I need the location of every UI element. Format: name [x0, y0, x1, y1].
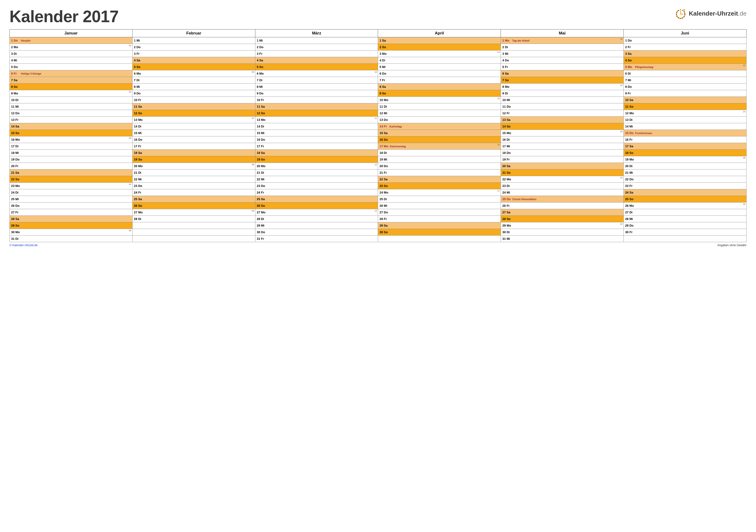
day-cell: 11 So [624, 103, 746, 110]
day-label: 8 Sa [379, 85, 388, 89]
day-cell: 11 Mi [10, 103, 133, 110]
day-label: 15 Mo [502, 131, 511, 135]
day-cell: 27 Mo09 [132, 209, 255, 216]
day-label: 14 Sa [11, 125, 20, 128]
day-cell: 25 DoChristi Himmelfahrt [501, 196, 624, 203]
day-label: 22 Mi [134, 177, 143, 181]
holiday-label: Tag der Arbeit [512, 39, 529, 42]
day-label: 15 So [11, 131, 20, 135]
day-label: 18 Do [502, 151, 511, 155]
day-label: 3 Mo [379, 52, 388, 56]
day-label: 1 Sa [379, 39, 388, 42]
day-label: 18 Mi [11, 151, 20, 155]
day-label: 2 Di [502, 45, 511, 49]
day-cell: 2 So [378, 44, 501, 51]
day-label: 12 Mo [625, 112, 634, 115]
day-cell: 14 So [501, 123, 624, 130]
day-label: 28 Fr [379, 217, 388, 221]
day-label: 7 So [502, 78, 511, 82]
day-label: 21 Fr [379, 171, 388, 174]
day-cell: 30 So [378, 229, 501, 236]
day-cell: 6 Di [624, 70, 746, 77]
day-cell: 24 Mi [501, 189, 624, 196]
day-label: 10 Fr [257, 98, 265, 102]
day-label: 5 So [257, 65, 265, 69]
day-label: 17 Mo [379, 144, 388, 148]
day-cell: 7 Di [255, 77, 378, 84]
day-label: 26 Mo [625, 204, 634, 208]
day-cell: 20 Do [378, 163, 501, 169]
day-cell: 21 Di [255, 169, 378, 176]
day-label: 14 Mi [625, 125, 634, 128]
footer-source-link[interactable]: © Kalender-Uhrzeit.de [10, 243, 38, 247]
logo-text: Kalender-Uhrzeit.de [689, 10, 746, 17]
day-label: 13 Fr [11, 118, 20, 121]
day-label: 24 Mo [379, 191, 388, 194]
day-cell: 5 So [132, 64, 255, 70]
day-cell: 11 Di [378, 103, 501, 110]
day-cell: 26 Do [10, 203, 133, 209]
day-label: 6 Di [625, 72, 634, 75]
day-label: 10 Fr [134, 98, 143, 102]
day-label: 17 Mi [502, 144, 511, 148]
day-label: 19 So [134, 158, 143, 161]
day-label: 10 Sa [625, 98, 634, 102]
day-cell: 30 Mo05 [10, 229, 133, 236]
day-label: 20 Mo [134, 164, 143, 168]
day-label: 4 Mi [11, 59, 20, 62]
day-label: 16 Mo [11, 138, 20, 141]
day-label: 19 Mi [379, 158, 388, 161]
day-cell: 2 Do [132, 44, 255, 51]
day-label: 18 Di [379, 151, 388, 155]
day-cell: 21 Fr [378, 169, 501, 176]
day-label: 18 Sa [134, 151, 143, 155]
week-number: 02 [129, 90, 131, 93]
day-cell: 1 Sa [378, 37, 501, 44]
day-cell: 10 Sa [624, 97, 746, 103]
day-cell [624, 236, 746, 242]
day-cell: 16 Do [132, 137, 255, 143]
day-label: 13 Mo [134, 118, 143, 121]
day-cell: 12 Do [10, 110, 133, 116]
day-label: 12 Fr [502, 112, 511, 115]
holiday-label: Christi Himmelfahrt [512, 198, 536, 201]
day-cell: 16 Di [501, 137, 624, 143]
day-label: 13 Sa [502, 118, 511, 121]
day-label: 30 Do [257, 230, 265, 234]
day-label: 21 Di [257, 171, 265, 174]
week-number: 24 [743, 111, 745, 113]
day-cell: 23 Do [255, 183, 378, 189]
day-cell: 3 Fr [255, 51, 378, 57]
day-label: 27 Di [625, 211, 634, 214]
day-label: 25 Mi [11, 197, 20, 201]
day-cell: 30 Di [501, 229, 624, 236]
day-cell: 8 Do [624, 84, 746, 90]
day-cell: 15 DoFronleichnam [624, 130, 746, 137]
week-number: 21 [620, 177, 623, 179]
day-label: 24 Sa [625, 191, 634, 194]
day-cell: 27 Do [378, 209, 501, 216]
day-cell: 6 Do [378, 70, 501, 77]
week-number: 17 [497, 190, 500, 192]
day-label: 2 Do [134, 45, 143, 49]
day-label: 22 Do [625, 177, 634, 181]
day-label: 3 Mi [502, 52, 511, 56]
day-label: 14 Fr [379, 125, 388, 128]
day-cell: 25 Sa [255, 196, 378, 203]
day-cell: 13 Mo07 [132, 116, 255, 123]
day-cell: 5 MoPfingstmontag23 [624, 64, 746, 70]
day-cell: 16 Do [255, 137, 378, 143]
day-cell: 4 Sa [255, 57, 378, 64]
day-label: 22 So [11, 177, 20, 181]
day-label: 1 Mo [502, 39, 511, 42]
day-cell: 30 Do [255, 229, 378, 236]
day-label: 7 Mi [625, 78, 634, 82]
day-label: 31 Mi [502, 237, 511, 241]
day-label: 18 Sa [257, 151, 265, 155]
day-cell: 25 So [624, 196, 746, 203]
day-cell: 1 Mi [132, 37, 255, 44]
day-cell: 24 Sa [624, 189, 746, 196]
day-cell: 9 Mo02 [10, 90, 133, 97]
day-label: 11 Di [379, 105, 388, 108]
day-cell: 7 Sa [10, 77, 133, 84]
